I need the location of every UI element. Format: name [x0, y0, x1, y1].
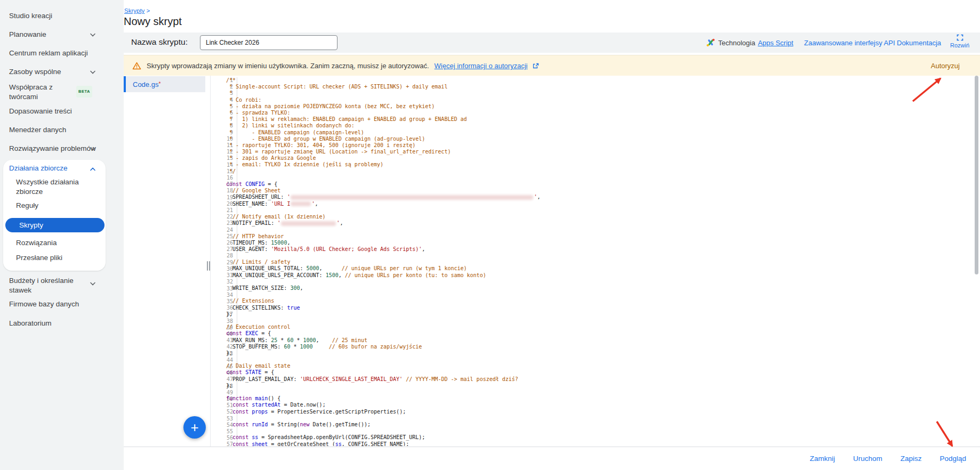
sidebar-group-label[interactable]: Działania zbiorcze — [9, 164, 100, 172]
advanced-api-link[interactable]: Zaawansowane interfejsy API — [804, 33, 895, 53]
external-link-icon — [533, 63, 539, 69]
code-area[interactable]: /** * Single-account Script: URL checker… — [226, 77, 973, 446]
panel-resize-handle[interactable] — [206, 261, 211, 271]
banner-learn-more-link[interactable]: Więcej informacji o autoryzacji — [435, 62, 528, 70]
redacted-text — [291, 201, 311, 206]
sidebar-item-wspolpraca-z-tworcami[interactable]: Współpraca z twórcami BETA — [9, 83, 67, 102]
sidebar-item-label: Zasoby wspólne — [9, 68, 61, 76]
sidebar-item-centrum-reklam-aplikacji[interactable]: Centrum reklam aplikacji — [9, 48, 110, 58]
code-line — [226, 175, 973, 181]
technology-info: Technologia Apps Script — [706, 33, 793, 53]
code-line: const sheet = getOrCreateSheet_(ss, CONF… — [226, 441, 973, 447]
code-line: // Notify email (1x dziennie) — [226, 214, 973, 220]
code-line: const startedAt = Date.now(); — [226, 402, 973, 408]
code-line: // Google Sheet — [226, 188, 973, 194]
code-line — [226, 356, 973, 363]
code-line — [226, 253, 973, 259]
code-line: * Co robi: — [226, 97, 973, 103]
code-line: SPREADSHEET_URL: '', — [226, 194, 973, 200]
code-line: * - email: TYLKO 1x dziennie (jeśli są p… — [226, 161, 973, 168]
code-line — [226, 291, 973, 298]
warning-icon — [132, 62, 141, 70]
chevron-down-icon — [90, 147, 96, 151]
redacted-text — [291, 195, 533, 200]
code-line: SHEET_NAME: 'URL I', — [226, 201, 973, 207]
sidebar-item-firmowe-bazy-danych[interactable]: Firmowe bazy danych — [9, 299, 110, 309]
code-line: * - ENABLED ad group w ENABLED campaign … — [226, 136, 973, 142]
sidebar-item-label: Menedżer danych — [9, 126, 66, 134]
code-line: * - zapis do Arkusza Google — [226, 155, 973, 161]
sidebar-item-menedzer-danych[interactable]: Menedżer danych — [9, 125, 110, 135]
code-line: const EXEC = { — [226, 330, 973, 337]
breadcrumb[interactable]: Skrypty > — [124, 7, 150, 14]
code-line — [226, 318, 973, 324]
code-line: MAX_RUN_MS: 25 * 60 * 1000, // 25 minut — [226, 337, 973, 344]
code-line: STOP_BUFFER_MS: 60 * 1000 // 60s bufor n… — [226, 344, 973, 350]
code-line: // Daily email state — [226, 363, 973, 369]
sidebar-item-planowanie[interactable]: Planowanie — [9, 30, 110, 39]
code-line: * - raportuje TYLKO: 301, 404, 500 (igno… — [226, 142, 973, 149]
code-line: * Single-account Script: URL checker (AD… — [226, 84, 973, 90]
code-line: // Execution control — [226, 324, 973, 330]
code-line: TIMEOUT_MS: 15000, — [226, 240, 973, 246]
sidebar-item-rozwiazywanie-problemow[interactable]: Rozwiązywanie problemów — [9, 144, 110, 153]
authorize-button[interactable]: Autoryzuj — [931, 55, 960, 76]
code-line: // Limits / safety — [226, 259, 973, 265]
fab-new-button[interactable]: + — [183, 416, 206, 439]
script-editor: Code.gs* 1234567891011121314151617181920… — [124, 76, 980, 447]
code-line: MAX_UNIQUE_URLS_TOTAL: 5000, // unique U… — [226, 265, 973, 272]
documentation-link[interactable]: Dokumentacja — [897, 33, 941, 53]
code-line: /** — [226, 77, 973, 84]
code-line — [226, 226, 973, 233]
code-line: USER_AGENT: 'Mozilla/5.0 (URL Checker; G… — [226, 246, 973, 253]
expand-button[interactable]: Rozwiń — [944, 34, 976, 48]
code-line — [226, 428, 973, 434]
sidebar-group-dzialania-zbiorcze: Działania zbiorcze Wszystkie działania z… — [3, 160, 106, 271]
sidebar-item-rozwiazania[interactable]: Rozwiązania — [16, 238, 57, 248]
apps-script-link[interactable]: Apps Script — [758, 39, 793, 47]
code-line: * — [226, 90, 973, 96]
sidebar-item-zasoby-wspolne[interactable]: Zasoby wspólne — [9, 67, 110, 77]
sidebar-item-skrypty-selected[interactable]: Skrypty — [5, 218, 105, 232]
chevron-down-icon — [90, 282, 96, 286]
close-button[interactable]: Zamknij — [809, 452, 836, 465]
code-line: */ — [226, 168, 973, 175]
sidebar-item-laboratorium[interactable]: Laboratorium — [9, 319, 110, 328]
sidebar-item-przeslane-pliki[interactable]: Przesłane pliki — [16, 253, 62, 263]
sidebar-item-studio-kreacji[interactable]: Studio kreacji — [9, 11, 110, 21]
sidebar-item-budzety-i-okreslanie-stawek[interactable]: Budżety i określanie stawek — [9, 276, 89, 295]
sidebar-item-label: Firmowe bazy danych — [9, 300, 79, 308]
code-line: * - działa na poziomie POJEDYNCZEGO kont… — [226, 103, 973, 110]
sidebar-item-reguly[interactable]: Reguły — [16, 201, 38, 210]
save-button[interactable]: Zapisz — [899, 452, 923, 465]
code-line: WRITE_BATCH_SIZE: 300, — [226, 285, 973, 291]
expand-label: Rozwiń — [950, 42, 969, 48]
sidebar-item-label: Budżety i określanie stawek — [9, 277, 74, 294]
code-line: const props = PropertiesService.getScrip… — [226, 409, 973, 415]
file-panel: Code.gs* — [124, 76, 211, 447]
breadcrumb-link[interactable]: Skrypty — [124, 7, 144, 14]
script-name-label: Nazwa skryptu: — [131, 37, 188, 47]
script-name-input[interactable] — [200, 35, 338, 50]
redacted-text — [281, 221, 336, 226]
sidebar-item-wszystkie-dzialania-zbiorcze[interactable]: Wszystkie działania zbiorcze — [16, 177, 88, 197]
code-line: const ss = SpreadsheetApp.openByUrl(CONF… — [226, 434, 973, 441]
script-name-bar: Nazwa skryptu: Technologia Apps Script Z… — [124, 33, 980, 53]
chevron-down-icon — [90, 33, 96, 37]
code-line: * 2) linki w sitelinkach dodanych do: — [226, 123, 973, 129]
sidebar-item-dopasowanie-tresci[interactable]: Dopasowanie treści — [9, 107, 110, 116]
file-name: Code.gs — [133, 80, 158, 88]
code-line: * - sprawdza TYLKO: — [226, 110, 973, 116]
run-button[interactable]: Uruchom — [852, 452, 883, 465]
code-file-tab[interactable]: Code.gs* — [124, 76, 205, 92]
sidebar-item-label: Centrum reklam aplikacji — [9, 49, 88, 57]
code-line: }; — [226, 311, 973, 318]
code-line: * 1) linki w reklamach: ENABLED campaign… — [226, 116, 973, 123]
code-line — [226, 415, 973, 422]
editor-scrollbar[interactable] — [974, 76, 979, 447]
preview-button[interactable]: Podgląd — [938, 452, 967, 465]
code-line: * - 301 = raportuje zmianę URL (Location… — [226, 149, 973, 155]
sidebar-item-label: Planowanie — [9, 30, 46, 38]
code-line: function main() { — [226, 395, 973, 402]
scrollbar-thumb[interactable] — [975, 76, 978, 274]
